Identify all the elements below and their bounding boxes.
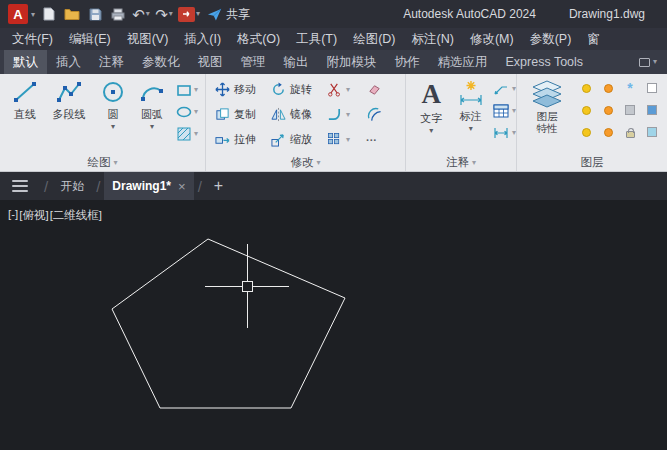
menu-format[interactable]: 格式(O) bbox=[229, 28, 288, 50]
fillet-button[interactable]: ▾ bbox=[326, 106, 366, 123]
undo-dropdown-icon[interactable]: ▾ bbox=[146, 10, 150, 18]
ribbon-tab-view[interactable]: 视图 bbox=[189, 50, 232, 74]
layer-thaw-icon[interactable] bbox=[604, 128, 613, 137]
ribbon-collapse-button[interactable]: ▾ bbox=[639, 50, 657, 74]
share-button[interactable]: 共享 bbox=[207, 6, 250, 23]
dimension-dropdown-icon[interactable]: ▾ bbox=[469, 125, 473, 133]
copy-button[interactable]: 复制 bbox=[214, 106, 270, 123]
new-tab-button[interactable]: + bbox=[214, 177, 223, 195]
ribbon-tab-express[interactable]: Express Tools bbox=[497, 50, 593, 74]
menu-edit[interactable]: 编辑(E) bbox=[61, 28, 119, 50]
rotate-button[interactable]: 旋转 bbox=[270, 81, 326, 98]
layer-walk-icon[interactable] bbox=[582, 128, 591, 137]
new-file-button[interactable] bbox=[40, 4, 58, 24]
line-button[interactable]: 直线 bbox=[6, 74, 44, 154]
panel-label-layers[interactable]: 图层 bbox=[517, 154, 667, 171]
menu-dimension[interactable]: 标注(N) bbox=[404, 28, 462, 50]
ribbon-tab-collaborate[interactable]: 协作 bbox=[386, 50, 429, 74]
viewport-controls-button[interactable]: [-] bbox=[8, 208, 18, 223]
layer-plot-icon[interactable] bbox=[625, 105, 635, 115]
trim-dropdown-icon[interactable]: ▾ bbox=[346, 86, 350, 94]
hatch-button[interactable]: ▾ bbox=[175, 125, 198, 142]
panel-label-annotate[interactable]: 注释 ▾ bbox=[406, 154, 516, 171]
file-tabs-menu-button[interactable] bbox=[12, 180, 28, 192]
layer-unisolate-icon[interactable] bbox=[604, 106, 613, 115]
layer-color-icon[interactable] bbox=[647, 83, 657, 93]
scale-button[interactable]: 缩放 bbox=[270, 131, 326, 148]
menu-tools[interactable]: 工具(T) bbox=[288, 28, 345, 50]
stretch-button[interactable]: 拉伸 bbox=[214, 131, 270, 148]
table-dropdown-icon[interactable]: ▾ bbox=[512, 107, 516, 115]
dim-style-button[interactable]: ▾ bbox=[493, 124, 516, 141]
array-dropdown-icon[interactable]: ▾ bbox=[346, 136, 350, 144]
menu-draw[interactable]: 绘图(D) bbox=[345, 28, 403, 50]
circle-dropdown-icon[interactable]: ▾ bbox=[111, 123, 115, 131]
open-file-button[interactable] bbox=[63, 4, 81, 24]
panel-label-modify[interactable]: 修改 ▾ bbox=[206, 154, 405, 171]
drawing-canvas[interactable]: [-] [俯视] [二维线框] bbox=[0, 200, 667, 450]
layer-lock-icon[interactable] bbox=[626, 131, 635, 138]
layer-freeze-icon[interactable]: * bbox=[627, 83, 632, 93]
leader-button[interactable]: ▾ bbox=[493, 80, 516, 97]
layer-isolate-icon[interactable] bbox=[604, 84, 613, 93]
pentagon-shape[interactable] bbox=[112, 239, 345, 408]
menu-modify[interactable]: 修改(M) bbox=[462, 28, 522, 50]
arc-button[interactable]: 圆弧 ▾ bbox=[132, 74, 172, 154]
menu-view[interactable]: 视图(V) bbox=[119, 28, 177, 50]
redo-button[interactable]: ↷ ▾ bbox=[155, 4, 173, 24]
leader-dropdown-icon[interactable]: ▾ bbox=[512, 85, 516, 93]
circle-button[interactable]: 圆 ▾ bbox=[94, 74, 132, 154]
erase-button[interactable] bbox=[366, 81, 400, 98]
offset-button[interactable] bbox=[366, 106, 400, 123]
menu-window[interactable]: 窗 bbox=[579, 28, 608, 50]
ribbon-tab-annotate[interactable]: 注释 bbox=[90, 50, 133, 74]
ribbon-tab-addins[interactable]: 附加模块 bbox=[318, 50, 386, 74]
export-dropdown-icon[interactable]: ▾ bbox=[196, 10, 200, 18]
modify-more-button[interactable]: ··· bbox=[366, 134, 400, 146]
table-button[interactable]: ▾ bbox=[493, 102, 516, 119]
ribbon-tab-manage[interactable]: 管理 bbox=[232, 50, 275, 74]
rectangle-dropdown-icon[interactable]: ▾ bbox=[194, 86, 198, 94]
app-menu-dropdown-icon[interactable]: ▾ bbox=[31, 10, 35, 19]
ribbon-tab-parametric[interactable]: 参数化 bbox=[133, 50, 189, 74]
undo-button[interactable]: ↶ ▾ bbox=[132, 4, 150, 24]
arc-dropdown-icon[interactable]: ▾ bbox=[150, 123, 154, 131]
text-dropdown-icon[interactable]: ▾ bbox=[429, 127, 433, 135]
autocad-logo-button[interactable]: A bbox=[8, 4, 28, 24]
ribbon-tab-featured[interactable]: 精选应用 bbox=[429, 50, 497, 74]
ribbon-tab-insert[interactable]: 插入 bbox=[47, 50, 90, 74]
menu-parametric[interactable]: 参数(P) bbox=[522, 28, 580, 50]
move-button[interactable]: 移动 bbox=[214, 81, 270, 98]
trim-button[interactable]: ▾ bbox=[326, 81, 366, 98]
layer-merge-icon[interactable] bbox=[647, 127, 657, 137]
ellipse-button[interactable]: ▾ bbox=[175, 103, 198, 120]
panel-label-draw[interactable]: 绘图 ▾ bbox=[0, 154, 205, 171]
ellipse-dropdown-icon[interactable]: ▾ bbox=[194, 108, 198, 116]
layer-properties-button[interactable]: 图层特性 bbox=[525, 74, 569, 154]
redo-dropdown-icon[interactable]: ▾ bbox=[169, 10, 173, 18]
ribbon-tab-output[interactable]: 输出 bbox=[275, 50, 318, 74]
export-dwf-button[interactable]: ▾ bbox=[178, 4, 200, 24]
viewport-view-button[interactable]: [俯视] bbox=[19, 208, 48, 223]
dim-style-dropdown-icon[interactable]: ▾ bbox=[512, 129, 516, 137]
dimension-button[interactable]: 标注 ▾ bbox=[453, 74, 489, 154]
menu-file[interactable]: 文件(F) bbox=[4, 28, 61, 50]
array-button[interactable]: ▾ bbox=[326, 131, 366, 148]
layer-match-icon[interactable] bbox=[647, 105, 657, 115]
mirror-button[interactable]: 镜像 bbox=[270, 106, 326, 123]
menu-insert[interactable]: 插入(I) bbox=[176, 28, 229, 50]
fillet-dropdown-icon[interactable]: ▾ bbox=[346, 111, 350, 119]
tab-start[interactable]: 开始 bbox=[52, 172, 92, 200]
text-button[interactable]: A 文字 ▾ bbox=[414, 74, 449, 154]
viewport-visual-style-button[interactable]: [二维线框] bbox=[50, 208, 102, 223]
layer-on-icon[interactable] bbox=[582, 84, 591, 93]
tab-drawing1[interactable]: Drawing1* × bbox=[104, 172, 193, 200]
rectangle-button[interactable]: ▾ bbox=[175, 81, 198, 98]
plot-button[interactable] bbox=[109, 4, 127, 24]
ribbon-tab-home[interactable]: 默认 bbox=[4, 50, 47, 74]
polyline-button[interactable]: 多段线 bbox=[44, 74, 94, 154]
close-tab-icon[interactable]: × bbox=[178, 179, 186, 194]
save-button[interactable] bbox=[86, 4, 104, 24]
hatch-dropdown-icon[interactable]: ▾ bbox=[194, 130, 198, 138]
layer-off-icon[interactable] bbox=[582, 106, 591, 115]
